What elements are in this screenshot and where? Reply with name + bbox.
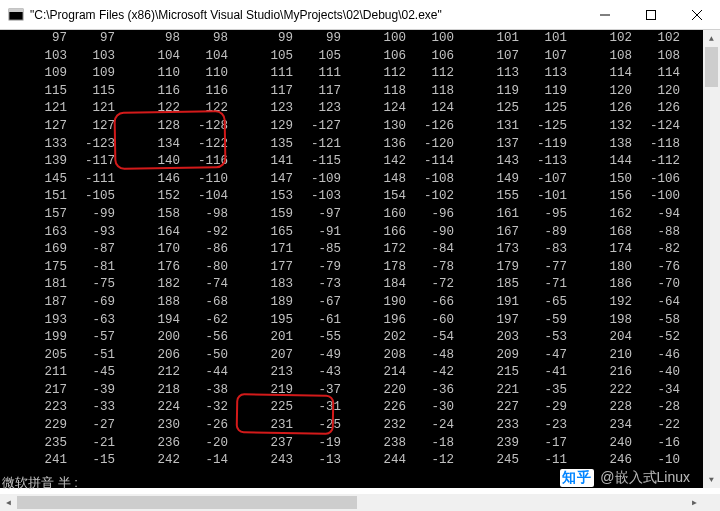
output-row: 205-51206-50207-49208-48209-47210-46 <box>2 347 720 365</box>
value-pair: 227-29 <box>454 399 567 417</box>
value-pair: 232-24 <box>341 417 454 435</box>
window-titlebar: "C:\Program Files (x86)\Microsoft Visual… <box>0 0 720 30</box>
value-pair: 105105 <box>228 48 341 66</box>
value-pair: 175-81 <box>2 259 115 277</box>
scroll-up-arrow[interactable]: ▲ <box>703 30 720 47</box>
value-pair: 207-49 <box>228 347 341 365</box>
value-pair: 170-86 <box>115 241 228 259</box>
ime-status: 微软拼音 半 : <box>2 474 78 492</box>
value-pair: 157-99 <box>2 206 115 224</box>
value-pair: 129-127 <box>228 118 341 136</box>
value-pair: 148-108 <box>341 171 454 189</box>
value-pair: 230-26 <box>115 417 228 435</box>
value-pair: 114114 <box>567 65 680 83</box>
value-pair: 217-39 <box>2 382 115 400</box>
value-pair: 112112 <box>341 65 454 83</box>
scrollbar-corner <box>703 494 720 511</box>
value-pair: 216-40 <box>567 364 680 382</box>
value-pair: 179-77 <box>454 259 567 277</box>
value-pair: 180-76 <box>567 259 680 277</box>
value-pair: 209-47 <box>454 347 567 365</box>
value-pair: 242-14 <box>115 452 228 470</box>
value-pair: 186-70 <box>567 276 680 294</box>
scroll-left-arrow[interactable]: ◀ <box>0 494 17 511</box>
value-pair: 237-19 <box>228 435 341 453</box>
value-pair: 143-113 <box>454 153 567 171</box>
value-pair: 111111 <box>228 65 341 83</box>
scroll-right-arrow[interactable]: ▶ <box>686 494 703 511</box>
value-pair: 246-10 <box>567 452 680 470</box>
value-pair: 238-18 <box>341 435 454 453</box>
value-pair: 131-125 <box>454 118 567 136</box>
value-pair: 142-114 <box>341 153 454 171</box>
value-pair: 145-111 <box>2 171 115 189</box>
value-pair: 199-57 <box>2 329 115 347</box>
output-row: 187-69188-68189-67190-66191-65192-64 <box>2 294 720 312</box>
output-row: 235-21236-20237-19238-18239-17240-16 <box>2 435 720 453</box>
value-pair: 109109 <box>2 65 115 83</box>
maximize-button[interactable] <box>628 0 674 30</box>
value-pair: 219-37 <box>228 382 341 400</box>
output-row: 145-111146-110147-109148-108149-107150-1… <box>2 171 720 189</box>
value-pair: 127127 <box>2 118 115 136</box>
vscroll-track[interactable] <box>703 47 720 471</box>
value-pair: 120120 <box>567 83 680 101</box>
value-pair: 222-34 <box>567 382 680 400</box>
value-pair: 159-97 <box>228 206 341 224</box>
value-pair: 190-66 <box>341 294 454 312</box>
value-pair: 144-112 <box>567 153 680 171</box>
value-pair: 234-22 <box>567 417 680 435</box>
output-row: 169-87170-86171-85172-84173-83174-82 <box>2 241 720 259</box>
value-pair: 115115 <box>2 83 115 101</box>
value-pair: 188-68 <box>115 294 228 312</box>
value-pair: 106106 <box>341 48 454 66</box>
value-pair: 173-83 <box>454 241 567 259</box>
output-row: 193-63194-62195-61196-60197-59198-58 <box>2 312 720 330</box>
value-pair: 132-124 <box>567 118 680 136</box>
value-pair: 183-73 <box>228 276 341 294</box>
output-row: 211-45212-44213-43214-42215-41216-40 <box>2 364 720 382</box>
value-pair: 119119 <box>454 83 567 101</box>
value-pair: 9898 <box>115 30 228 48</box>
svg-rect-3 <box>647 11 656 20</box>
value-pair: 172-84 <box>341 241 454 259</box>
value-pair: 136-120 <box>341 136 454 154</box>
value-pair: 192-64 <box>567 294 680 312</box>
minimize-button[interactable] <box>582 0 628 30</box>
value-pair: 158-98 <box>115 206 228 224</box>
value-pair: 176-80 <box>115 259 228 277</box>
output-row: 157-99158-98159-97160-96161-95162-94 <box>2 206 720 224</box>
horizontal-scrollbar[interactable]: ◀ ▶ <box>0 494 703 511</box>
value-pair: 210-46 <box>567 347 680 365</box>
value-pair: 168-88 <box>567 224 680 242</box>
window-title: "C:\Program Files (x86)\Microsoft Visual… <box>30 8 582 22</box>
vertical-scrollbar[interactable]: ▲ ▼ <box>703 30 720 488</box>
value-pair: 225-31 <box>228 399 341 417</box>
value-pair: 240-16 <box>567 435 680 453</box>
hscroll-track[interactable] <box>17 494 686 511</box>
close-button[interactable] <box>674 0 720 30</box>
hscroll-thumb[interactable] <box>17 496 357 509</box>
value-pair: 191-65 <box>454 294 567 312</box>
value-pair: 200-56 <box>115 329 228 347</box>
value-pair: 202-54 <box>341 329 454 347</box>
value-pair: 169-87 <box>2 241 115 259</box>
value-pair: 184-72 <box>341 276 454 294</box>
value-pair: 147-109 <box>228 171 341 189</box>
svg-rect-1 <box>9 9 23 12</box>
scroll-down-arrow[interactable]: ▼ <box>703 471 720 488</box>
value-pair: 140-116 <box>115 153 228 171</box>
value-pair: 206-50 <box>115 347 228 365</box>
value-pair: 134-122 <box>115 136 228 154</box>
value-pair: 214-42 <box>341 364 454 382</box>
output-row: 127127128-128129-127130-126131-125132-12… <box>2 118 720 136</box>
value-pair: 103103 <box>2 48 115 66</box>
vscroll-thumb[interactable] <box>705 47 718 87</box>
value-pair: 229-27 <box>2 417 115 435</box>
value-pair: 235-21 <box>2 435 115 453</box>
value-pair: 9999 <box>228 30 341 48</box>
value-pair: 139-117 <box>2 153 115 171</box>
value-pair: 130-126 <box>341 118 454 136</box>
value-pair: 162-94 <box>567 206 680 224</box>
value-pair: 196-60 <box>341 312 454 330</box>
